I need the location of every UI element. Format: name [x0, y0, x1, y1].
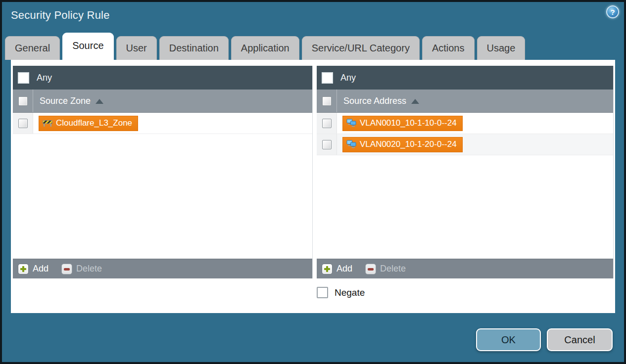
source-zone-column-header[interactable]: Source Zone: [13, 90, 312, 113]
source-address-select-all-cell: [317, 90, 337, 112]
source-address-row-checkbox[interactable]: [322, 119, 332, 128]
source-zone-name: Cloudflare_L3_Zone: [56, 118, 132, 128]
tab-destination[interactable]: Destination: [159, 36, 229, 60]
source-zone-panel: Any Source Zone: [13, 66, 313, 278]
source-address-tag[interactable]: VLAN0020_10-1-20-0--24: [342, 137, 463, 152]
source-zone-footer: Add Delete: [13, 259, 312, 278]
delete-source-zone-button[interactable]: Delete: [61, 264, 102, 274]
source-tab-content: Any Source Zone: [11, 60, 615, 313]
source-address-row-checkbox[interactable]: [322, 140, 332, 149]
source-address-any-checkbox[interactable]: [322, 72, 333, 84]
add-source-address-button[interactable]: Add: [322, 264, 352, 274]
source-address-tag[interactable]: VLAN0010_10-1-10-0--24: [342, 116, 463, 131]
tab-application[interactable]: Application: [231, 36, 299, 60]
source-address-row[interactable]: VLAN0020_10-1-20-0--24: [317, 134, 613, 155]
tab-usage[interactable]: Usage: [477, 36, 526, 60]
source-zone-row[interactable]: Cloudflare_L3_Zone: [13, 113, 312, 134]
add-source-zone-button[interactable]: Add: [18, 264, 48, 274]
tab-general[interactable]: General: [5, 36, 60, 60]
source-zone-list: Cloudflare_L3_Zone: [13, 113, 312, 259]
sort-ascending-icon: [411, 99, 419, 104]
row-checkbox-cell: [317, 113, 337, 134]
tab-user[interactable]: User: [116, 36, 157, 60]
security-policy-rule-dialog: Security Policy Rule ? General Source Us…: [0, 0, 626, 364]
source-address-select-all-checkbox[interactable]: [322, 96, 332, 106]
source-zone-select-all-checkbox[interactable]: [18, 96, 28, 106]
tab-source[interactable]: Source: [62, 33, 113, 60]
sort-ascending-icon: [96, 99, 103, 104]
minus-icon: [365, 264, 376, 274]
source-zone-any-label: Any: [37, 73, 52, 83]
plus-icon: [18, 264, 29, 274]
source-address-any-row: Any: [317, 66, 613, 90]
source-address-name: VLAN0020_10-1-20-0--24: [360, 139, 457, 149]
address-icon: [346, 119, 356, 128]
source-address-footer: Add Delete: [317, 259, 613, 278]
negate-checkbox[interactable]: [317, 287, 328, 298]
source-address-row[interactable]: VLAN0010_10-1-10-0--24: [317, 113, 613, 134]
source-zone-any-row: Any: [13, 66, 312, 90]
source-address-name: VLAN0010_10-1-10-0--24: [360, 118, 457, 128]
row-checkbox-cell: [317, 134, 337, 155]
tab-service-url-category[interactable]: Service/URL Category: [302, 36, 420, 60]
address-icon: [346, 140, 356, 149]
negate-control: Negate: [317, 287, 365, 298]
ok-button[interactable]: OK: [476, 328, 541, 351]
source-address-any-label: Any: [340, 73, 356, 83]
source-zone-tag[interactable]: Cloudflare_L3_Zone: [39, 116, 138, 131]
source-zone-row-checkbox[interactable]: [18, 119, 28, 128]
negate-label: Negate: [335, 287, 365, 298]
cancel-button[interactable]: Cancel: [547, 328, 613, 351]
minus-icon: [61, 264, 72, 274]
source-zone-select-all-cell: [13, 90, 33, 112]
source-zone-any-checkbox[interactable]: [18, 72, 29, 84]
dialog-titlebar: Security Policy Rule ?: [2, 2, 624, 31]
dialog-title: Security Policy Rule: [11, 9, 110, 22]
delete-source-address-button[interactable]: Delete: [365, 264, 406, 274]
tab-actions[interactable]: Actions: [422, 36, 475, 60]
source-address-column-label: Source Address: [343, 96, 406, 106]
source-address-list: VLAN0010_10-1-10-0--24: [317, 113, 613, 259]
source-zone-column-label: Source Zone: [40, 96, 91, 106]
zone-icon: [43, 119, 52, 127]
plus-icon: [322, 264, 333, 274]
row-checkbox-cell: [13, 113, 33, 134]
source-address-panel: Any Source Address: [317, 66, 614, 278]
help-icon[interactable]: ?: [606, 5, 619, 18]
source-address-column-header[interactable]: Source Address: [317, 90, 613, 113]
tab-bar: General Source User Destination Applicat…: [5, 31, 525, 60]
